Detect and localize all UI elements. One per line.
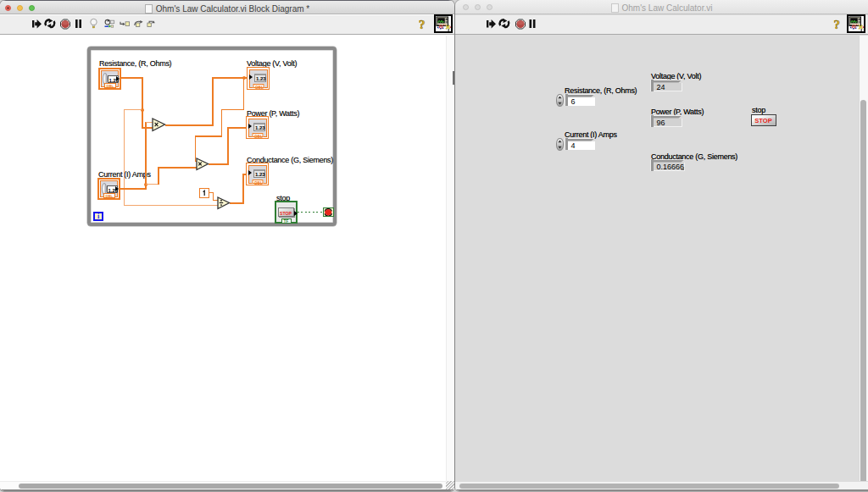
svg-text:DBL: DBL [105, 194, 113, 197]
svg-text:DBL: DBL [106, 84, 114, 87]
svg-text:TF: TF [283, 219, 288, 224]
svg-text:1.23: 1.23 [255, 125, 265, 130]
svg-text:DBL: DBL [254, 180, 263, 184]
svg-text:?: ? [834, 18, 841, 31]
svg-text:STOP: STOP [754, 117, 772, 124]
svg-text:DBL: DBL [255, 85, 264, 88]
svg-text:STOP: STOP [280, 210, 292, 215]
svg-text:DBL: DBL [254, 134, 263, 137]
svg-text:?: ? [419, 18, 426, 31]
svg-text:1.23: 1.23 [255, 172, 265, 177]
svg-text:1.23: 1.23 [256, 76, 266, 81]
